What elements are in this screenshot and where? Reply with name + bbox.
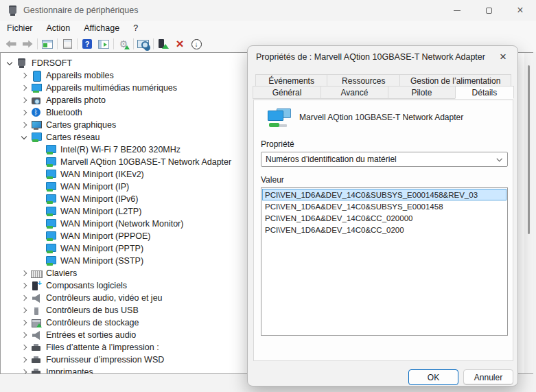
value-label: Valeur <box>261 175 284 185</box>
device-manager-window: Gestionnaire de périphériques × Fichier … <box>0 0 536 392</box>
maximize-button[interactable] <box>473 0 504 21</box>
tree-chevron-icon[interactable] <box>19 95 29 105</box>
value-item[interactable]: PCI\VEN_1D6A&DEV_14C0&SUBSYS_E0001458&RE… <box>262 189 506 200</box>
network-icon <box>45 231 56 241</box>
show-panes-button[interactable] <box>95 36 112 51</box>
tree-chevron-icon[interactable] <box>19 367 29 374</box>
cancel-button[interactable]: Annuler <box>463 369 513 385</box>
media-icon <box>31 83 42 93</box>
disable-device-button[interactable]: ↓ <box>188 36 205 51</box>
tab-avance[interactable]: Avancé <box>321 86 388 99</box>
tab-gestion-alimentation[interactable]: Gestion de l’alimentation <box>399 74 511 87</box>
details-tab-page: Marvell AQtion 10GBASE-T Network Adapter… <box>253 100 513 361</box>
tree-item-label: WAN Miniport (Network Monitor) <box>60 219 183 229</box>
tree-chevron-icon[interactable] <box>34 231 43 241</box>
tree-item-label: Appareils multimédias numériques <box>46 83 177 93</box>
device-header: Marvell AQtion 10GBASE-T Network Adapter <box>268 108 463 129</box>
printer-icon <box>31 367 42 374</box>
tree-chevron-icon[interactable] <box>19 268 29 278</box>
value-listbox[interactable]: PCI\VEN_1D6A&DEV_14C0&SUBSYS_E0001458&RE… <box>261 187 508 336</box>
tab-pilote[interactable]: Pilote <box>388 86 456 99</box>
tree-item-label: Appareils mobiles <box>46 71 114 80</box>
tree-chevron-icon[interactable] <box>34 170 43 179</box>
tree-chevron-icon[interactable] <box>5 58 14 68</box>
ok-button[interactable]: OK <box>408 369 458 385</box>
tab-general[interactable]: Général <box>253 86 321 99</box>
tree-chevron-icon[interactable] <box>34 145 43 154</box>
tree-chevron-icon[interactable] <box>34 219 43 229</box>
properties-button[interactable] <box>59 36 75 51</box>
tree-chevron-icon[interactable] <box>19 108 29 117</box>
minimize-icon <box>454 10 461 11</box>
tab-evenements[interactable]: Événements <box>255 74 327 87</box>
tree-item-label: Cartes réseau <box>46 132 100 142</box>
uninstall-device-button[interactable]: × <box>172 36 188 51</box>
tree-chevron-icon[interactable] <box>34 207 43 216</box>
search-computer-button[interactable] <box>135 36 152 51</box>
minimize-button[interactable] <box>441 0 473 21</box>
menu-fichier[interactable]: Fichier <box>0 22 40 34</box>
value-item[interactable]: PCI\VEN_1D6A&DEV_14C0&SUBSYS_E0001458 <box>262 200 506 212</box>
back-icon <box>6 41 16 48</box>
speaker-icon <box>31 293 42 303</box>
dialog-tabs: Événements Ressources Gestion de l’alime… <box>253 74 513 99</box>
tree-item-label: WAN Miniport (IP) <box>60 182 129 192</box>
tree-chevron-icon[interactable] <box>19 281 29 290</box>
tree-item-label: FDRSOFT <box>32 58 72 68</box>
forward-icon <box>23 41 33 48</box>
tree-chevron-icon[interactable] <box>34 256 43 266</box>
network-icon <box>45 194 56 204</box>
tree-chevron-icon[interactable] <box>19 293 29 303</box>
tree-item-label: Files d’attente à l’impression : <box>46 343 159 352</box>
close-button[interactable]: × <box>504 0 536 21</box>
dialog-close-button[interactable]: × <box>496 50 511 64</box>
tab-details[interactable]: Détails <box>455 86 514 99</box>
toolbar-separator <box>57 38 58 49</box>
usb-icon <box>31 305 42 315</box>
tree-chevron-icon[interactable] <box>34 157 43 167</box>
show-panes-icon <box>98 40 109 49</box>
tree-chevron-icon[interactable] <box>34 194 43 204</box>
uninstall-x-icon: × <box>176 39 183 49</box>
help-button[interactable]: ? <box>79 36 95 51</box>
back-button[interactable] <box>3 36 19 51</box>
titlebar: Gestionnaire de périphériques × <box>0 0 536 21</box>
menu-affichage[interactable]: Affichage <box>77 22 126 34</box>
tree-scrollbar[interactable] <box>524 53 533 373</box>
monitor-front-shape <box>268 111 283 121</box>
tree-item-label: WAN Miniport (PPPOE) <box>60 231 151 241</box>
forward-button[interactable] <box>19 36 36 51</box>
tree-chevron-icon[interactable] <box>19 318 29 327</box>
tree-chevron-icon[interactable] <box>19 132 29 142</box>
tree-item-label: WAN Miniport (L2TP) <box>60 207 141 216</box>
tree-chevron-icon[interactable] <box>19 330 29 340</box>
value-item[interactable]: PCI\VEN_1D6A&DEV_14C0&CC_0200 <box>262 224 506 235</box>
tree-chevron-icon[interactable] <box>34 244 43 253</box>
menubar: Fichier Action Affichage ? <box>0 21 536 36</box>
property-dropdown[interactable]: Numéros d’identification du matériel <box>261 152 508 167</box>
network-icon <box>45 207 56 216</box>
value-item[interactable]: PCI\VEN_1D6A&DEV_14C0&CC_020000 <box>262 212 506 224</box>
keyboard-icon <box>31 268 42 278</box>
update-driver-button[interactable] <box>155 36 172 51</box>
tree-chevron-icon[interactable] <box>19 355 29 365</box>
scan-hardware-changes-button[interactable] <box>115 36 132 51</box>
tree-item-label: Composants logiciels <box>46 281 127 290</box>
display-icon <box>31 120 42 130</box>
tree-item-label: Contrôleurs de bus USB <box>46 305 139 315</box>
tree-scrollbar-thumb[interactable] <box>528 65 530 234</box>
menu-action[interactable]: Action <box>40 22 78 34</box>
tab-ressources[interactable]: Ressources <box>327 74 400 87</box>
tree-chevron-icon[interactable] <box>19 83 29 93</box>
menu-help[interactable]: ? <box>126 22 145 34</box>
tree-chevron-icon[interactable] <box>19 343 29 352</box>
tree-chevron-icon[interactable] <box>34 182 43 192</box>
console-root-button[interactable] <box>39 36 56 51</box>
property-label: Propriété <box>261 139 294 149</box>
tree-chevron-icon[interactable] <box>19 71 29 80</box>
printer-icon <box>31 343 42 352</box>
tree-item-label: WAN Miniport (IKEv2) <box>60 170 144 179</box>
tree-chevron-icon[interactable] <box>19 305 29 315</box>
tree-chevron-icon[interactable] <box>19 120 29 130</box>
device-name: Marvell AQtion 10GBASE-T Network Adapter <box>299 113 463 122</box>
